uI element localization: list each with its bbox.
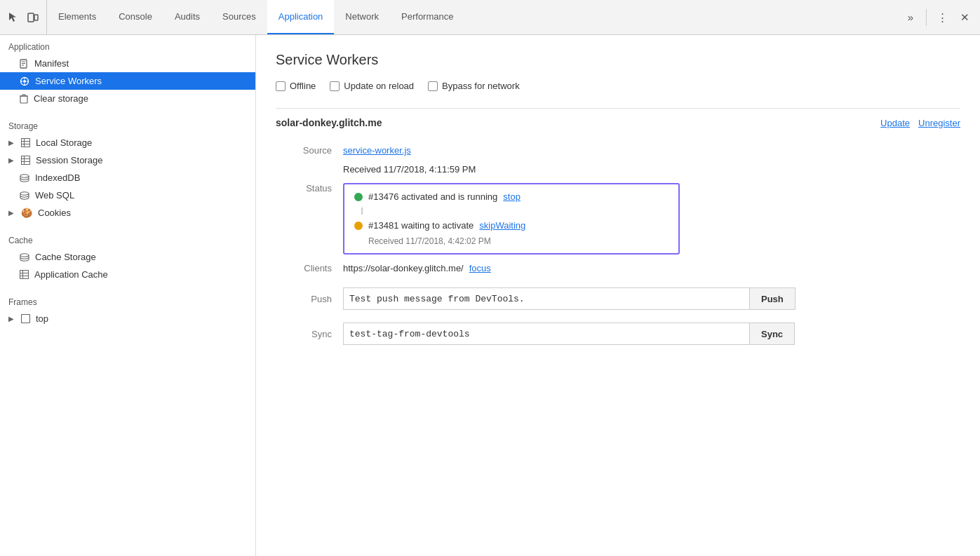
update-on-reload-checkbox[interactable] (330, 81, 340, 91)
sidebar-item-clear-storage[interactable]: Clear storage (0, 90, 255, 107)
status-running-line: #13476 activated and is running stop (354, 191, 669, 202)
sync-row: Sync Sync (276, 318, 960, 349)
indexeddb-icon (20, 174, 29, 182)
sidebar-item-top[interactable]: ▶ top (0, 310, 255, 327)
tab-elements[interactable]: Elements (47, 0, 107, 34)
update-button[interactable]: Update (880, 118, 910, 128)
push-label: Push (276, 294, 332, 304)
bypass-for-network-checkbox-label[interactable]: Bypass for network (428, 81, 520, 91)
page-title: Service Workers (276, 52, 960, 68)
offline-checkbox[interactable] (276, 81, 286, 91)
offline-label: Offline (290, 81, 316, 91)
source-row: Source service-worker.js (276, 141, 960, 160)
update-on-reload-label: Update on reload (344, 81, 414, 91)
svg-rect-17 (22, 139, 30, 147)
status-label: Status (276, 183, 332, 194)
sync-button[interactable]: Sync (750, 323, 795, 345)
sidebar: Application Manifest Service Workers Cle… (0, 35, 256, 556)
svg-point-26 (20, 191, 29, 194)
sidebar-item-local-storage-label: Local Storage (36, 137, 92, 148)
content-panel: Service Workers Offline Update on reload… (256, 35, 980, 556)
status-dot-green (354, 193, 363, 201)
sidebar-item-indexeddb[interactable]: IndexedDB (0, 169, 255, 187)
menu-button[interactable]: ⋮ (932, 8, 952, 27)
tab-sources[interactable]: Sources (211, 0, 267, 34)
sidebar-item-service-workers[interactable]: Service Workers (0, 72, 255, 90)
update-on-reload-checkbox-label[interactable]: Update on reload (330, 81, 414, 91)
source-link[interactable]: service-worker.js (343, 145, 411, 156)
local-storage-icon (21, 138, 30, 147)
cookies-icon: 🍪 (21, 208, 32, 218)
sync-input-row: Sync (343, 323, 795, 345)
domain-actions: Update Unregister (880, 118, 960, 128)
sidebar-section-cache: Cache (0, 229, 255, 248)
sidebar-item-web-sql[interactable]: Web SQL (0, 187, 255, 204)
cache-storage-icon (20, 253, 29, 262)
svg-rect-0 (28, 13, 34, 22)
svg-rect-12 (20, 96, 27, 103)
tab-performance[interactable]: Performance (390, 0, 464, 34)
separator (276, 108, 960, 109)
sidebar-item-local-storage[interactable]: ▶ Local Storage (0, 134, 255, 151)
bypass-for-network-label: Bypass for network (442, 81, 520, 91)
clients-url: https://solar-donkey.glitch.me/ (343, 263, 464, 273)
unregister-button[interactable]: Unregister (918, 118, 960, 128)
top-frame-icon (21, 314, 30, 323)
domain-name: solar-donkey.glitch.me (276, 117, 382, 128)
svg-point-7 (23, 80, 26, 83)
sidebar-item-manifest[interactable]: Manifest (0, 55, 255, 72)
sidebar-item-session-storage-label: Session Storage (36, 155, 102, 165)
bypass-for-network-checkbox[interactable] (428, 81, 438, 91)
sidebar-item-cache-storage-label: Cache Storage (35, 252, 96, 262)
device-icon[interactable] (25, 10, 41, 25)
close-button[interactable]: ✕ (955, 8, 974, 27)
tab-bar-end: » ⋮ ✕ (901, 8, 980, 27)
push-input[interactable] (343, 287, 750, 310)
tab-network[interactable]: Network (334, 0, 390, 34)
sidebar-item-session-storage[interactable]: ▶ Session Storage (0, 151, 255, 169)
top-arrow-icon: ▶ (8, 315, 14, 323)
received-row: Received 11/7/2018, 4:11:59 PM (276, 160, 960, 179)
source-label: Source (276, 145, 332, 156)
sync-label: Sync (276, 329, 332, 339)
overflow-button[interactable]: » (901, 8, 920, 27)
sidebar-item-cookies[interactable]: ▶ 🍪 Cookies (0, 204, 255, 222)
sidebar-item-clear-storage-label: Clear storage (34, 93, 88, 104)
clear-storage-icon (20, 94, 28, 104)
push-button[interactable]: Push (750, 287, 796, 310)
manifest-icon (20, 59, 29, 69)
session-storage-icon (21, 156, 30, 165)
tab-console[interactable]: Console (107, 0, 163, 34)
svg-rect-21 (22, 156, 30, 165)
domain-row: solar-donkey.glitch.me Update Unregister (276, 117, 960, 128)
sync-input[interactable] (343, 323, 750, 345)
cursor-icon[interactable] (6, 10, 21, 25)
sidebar-item-service-workers-label: Service Workers (35, 76, 102, 86)
tab-list: Elements Console Audits Sources Applicat… (47, 0, 464, 34)
application-cache-icon (20, 270, 29, 279)
sidebar-item-cache-storage[interactable]: Cache Storage (0, 248, 255, 266)
svg-rect-32 (22, 315, 30, 323)
checkbox-row: Offline Update on reload Bypass for netw… (276, 81, 960, 91)
push-row: Push Push (276, 283, 960, 314)
stop-button[interactable]: stop (503, 191, 521, 202)
tab-bar: Elements Console Audits Sources Applicat… (0, 0, 980, 35)
offline-checkbox-label[interactable]: Offline (276, 81, 316, 91)
status-row: Status #13476 activated and is running s… (276, 179, 960, 259)
received-label (276, 164, 332, 175)
sidebar-item-application-cache-label: Application Cache (34, 269, 108, 280)
status-box: #13476 activated and is running stop #13… (343, 183, 680, 255)
sidebar-item-application-cache[interactable]: Application Cache (0, 266, 255, 283)
svg-rect-1 (34, 15, 38, 20)
sidebar-item-manifest-label: Manifest (34, 58, 69, 69)
push-input-row: Push (343, 287, 796, 310)
status-waiting-line: #13481 waiting to activate skipWaiting (354, 220, 669, 231)
service-workers-icon (20, 76, 29, 86)
skip-waiting-button[interactable]: skipWaiting (479, 220, 525, 231)
tab-application[interactable]: Application (267, 0, 335, 34)
sidebar-item-web-sql-label: Web SQL (35, 190, 74, 201)
focus-button[interactable]: focus (469, 263, 491, 273)
tab-audits[interactable]: Audits (163, 0, 211, 34)
sidebar-item-indexeddb-label: IndexedDB (35, 172, 80, 183)
status-connector (361, 208, 363, 215)
